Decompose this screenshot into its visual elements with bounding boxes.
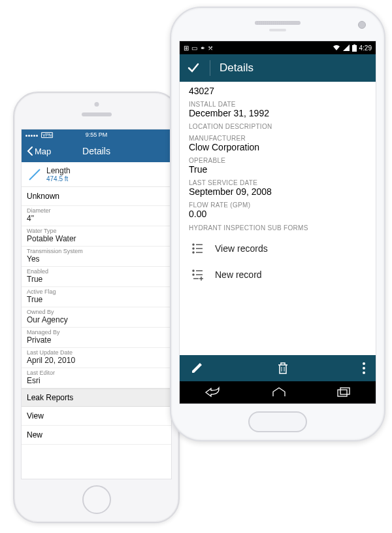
feature-header[interactable]: Length 474.5 ft bbox=[22, 162, 171, 187]
svg-rect-2 bbox=[353, 44, 355, 45]
field-value: True bbox=[27, 275, 166, 284]
field-row: Active FlagTrue bbox=[22, 287, 171, 307]
notif-icon: ▭ bbox=[191, 44, 197, 52]
android-screen: ⊞ ▭ ⚭ ⤱ 4:29 Details 43027 INSTALL DATED… bbox=[179, 41, 376, 404]
ios-statusbar: VPN 9:55 PM bbox=[22, 129, 171, 140]
back-label: Map bbox=[35, 146, 51, 156]
line-feature-icon bbox=[27, 167, 42, 182]
svg-point-11 bbox=[193, 274, 194, 275]
edit-icon[interactable] bbox=[190, 362, 203, 375]
field-row: MANUFACTURERClow Corporation bbox=[189, 135, 367, 152]
field-label: LAST SERVICE DATE bbox=[189, 179, 367, 186]
field-value: True bbox=[27, 295, 166, 304]
field-value: Our Agency bbox=[27, 315, 166, 324]
wifi-icon bbox=[333, 44, 340, 51]
field-value: Yes bbox=[27, 254, 166, 264]
field-label: Active Flag bbox=[27, 288, 166, 295]
field-label: FLOW RATE (GPM) bbox=[189, 201, 367, 209]
done-icon[interactable] bbox=[186, 61, 201, 75]
vpn-icon: VPN bbox=[41, 132, 53, 138]
svg-point-9 bbox=[193, 270, 194, 271]
view-records-row[interactable]: View records bbox=[189, 235, 367, 262]
field-value: Potable Water bbox=[27, 234, 166, 243]
navbar-title: Details bbox=[82, 146, 110, 156]
svg-rect-21 bbox=[338, 390, 347, 396]
svg-point-5 bbox=[193, 248, 194, 249]
svg-rect-22 bbox=[340, 388, 350, 394]
signal-icon bbox=[343, 44, 350, 51]
delete-icon[interactable] bbox=[277, 362, 289, 375]
battery-icon bbox=[352, 44, 357, 52]
field-value: Private bbox=[27, 335, 166, 345]
field-row: FLOW RATE (GPM)0.00 bbox=[189, 201, 367, 219]
list-icon bbox=[191, 242, 204, 255]
android-bottom-toolbar bbox=[180, 355, 376, 381]
view-records-label: View records bbox=[215, 243, 268, 254]
nav-home-icon[interactable] bbox=[272, 387, 286, 398]
iphone-home-button[interactable] bbox=[82, 485, 111, 514]
statusbar-time: 4:29 bbox=[359, 44, 372, 52]
voicemail-icon: ⚭ bbox=[200, 44, 205, 52]
field-label: Water Type bbox=[27, 228, 166, 234]
ios-navbar: Map Details bbox=[22, 140, 171, 162]
field-value: April 20, 2010 bbox=[27, 356, 166, 365]
svg-point-19 bbox=[363, 367, 365, 370]
field-value: 4" bbox=[27, 214, 166, 223]
field-label: Transmission System bbox=[27, 248, 166, 254]
iphone-camera-dot bbox=[94, 102, 99, 107]
unknown-row: Unknown bbox=[22, 187, 171, 206]
android-statusbar: ⊞ ▭ ⚭ ⤱ 4:29 bbox=[180, 41, 376, 54]
statusbar-time: 9:55 PM bbox=[86, 131, 108, 138]
android-camera-dot bbox=[358, 21, 366, 29]
field-row: Diameter4" bbox=[22, 206, 171, 226]
field-value: December 31, 1992 bbox=[189, 108, 367, 118]
field-value: True bbox=[189, 164, 367, 175]
field-label: MANUFACTURER bbox=[189, 135, 367, 142]
iphone-speaker bbox=[82, 112, 112, 116]
android-sensor bbox=[269, 29, 286, 31]
top-value: 43027 bbox=[189, 86, 367, 96]
overflow-icon[interactable] bbox=[363, 362, 365, 374]
new-row[interactable]: New bbox=[22, 426, 171, 445]
svg-point-18 bbox=[363, 362, 365, 365]
android-home-button[interactable] bbox=[248, 411, 307, 432]
signal-icon bbox=[25, 131, 39, 138]
android-speaker bbox=[255, 21, 301, 25]
field-row: LOCATION DESCRIPTION bbox=[189, 123, 367, 130]
field-label: INSTALL DATE bbox=[189, 101, 367, 108]
android-body: 43027 INSTALL DATEDecember 31, 1992LOCAT… bbox=[180, 82, 376, 292]
notif-icon: ⊞ bbox=[184, 44, 189, 52]
android-navbar bbox=[180, 381, 376, 404]
nav-recent-icon[interactable] bbox=[336, 387, 351, 398]
sync-icon: ⤱ bbox=[208, 44, 213, 52]
view-row[interactable]: View bbox=[22, 407, 171, 426]
new-record-row[interactable]: New record bbox=[189, 262, 367, 288]
nav-back-icon[interactable] bbox=[204, 387, 221, 398]
android-actionbar: Details bbox=[180, 54, 376, 82]
field-label: Owned By bbox=[27, 309, 166, 315]
feature-title: Length bbox=[46, 166, 71, 175]
field-label: LOCATION DESCRIPTION bbox=[189, 123, 367, 130]
chevron-left-icon bbox=[27, 146, 33, 156]
actionbar-divider bbox=[210, 60, 210, 76]
svg-point-20 bbox=[363, 371, 365, 374]
top-value-field: 43027 bbox=[189, 86, 367, 96]
field-label: OPERABLE bbox=[189, 157, 367, 164]
field-label: Enabled bbox=[27, 268, 166, 275]
subforms-header: Leak Reports bbox=[22, 388, 171, 407]
field-label: Diameter bbox=[27, 207, 166, 214]
field-label: Last Editor bbox=[27, 370, 166, 376]
back-button[interactable]: Map bbox=[27, 146, 51, 156]
new-record-label: New record bbox=[215, 269, 262, 280]
svg-point-3 bbox=[193, 244, 194, 245]
feature-subtitle: 474.5 ft bbox=[46, 175, 71, 182]
field-value: September 09, 2008 bbox=[189, 186, 367, 197]
android-device: ⊞ ▭ ⚭ ⤱ 4:29 Details 43027 INSTALL DATED… bbox=[170, 7, 385, 441]
field-row: Managed ByPrivate bbox=[22, 328, 171, 348]
field-row: Water TypePotable Water bbox=[22, 226, 171, 247]
field-row: LAST SERVICE DATESeptember 09, 2008 bbox=[189, 179, 367, 197]
iphone-screen: VPN 9:55 PM Map Details Length 474.5 ft … bbox=[21, 129, 172, 479]
list-add-icon bbox=[191, 268, 204, 281]
field-value: Esri bbox=[27, 376, 166, 385]
field-value: 0.00 bbox=[189, 209, 367, 219]
